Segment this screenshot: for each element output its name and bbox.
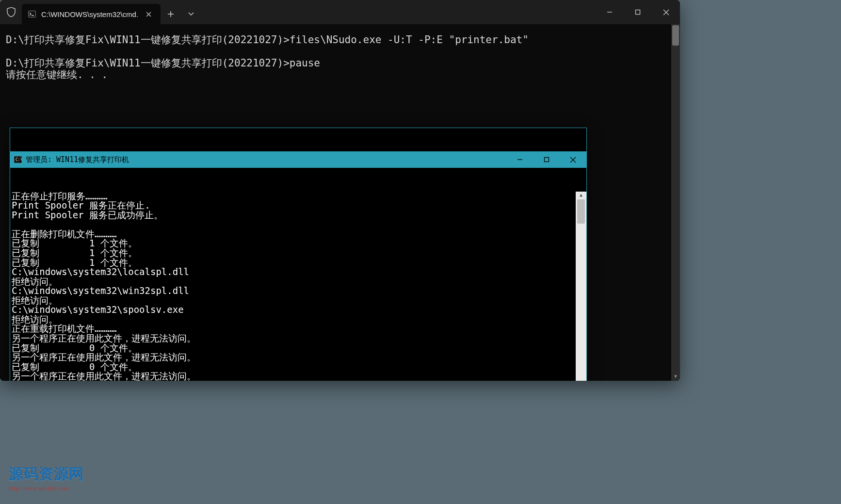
- close-icon: [146, 12, 151, 17]
- terminal-tab[interactable]: C:\WINDOWS\system32\cmd.: [22, 4, 161, 24]
- terminal-scrollbar[interactable]: ▲ ▼: [671, 24, 680, 381]
- cmd-scrollbar[interactable]: ▲ ▼: [576, 192, 586, 381]
- plus-icon: [167, 11, 174, 17]
- svg-rect-7: [636, 10, 640, 15]
- cmd-body[interactable]: 正在停止打印服务………… Print Spooler 服务正在停止. Print…: [10, 192, 586, 381]
- watermark-text: 源码资源网: [9, 466, 84, 482]
- windows-terminal-window: C:\WINDOWS\system32\cmd. D:\打印共享修复Fix\WI…: [0, 0, 680, 381]
- terminal-line: 请按任意键继续. . .: [6, 69, 108, 81]
- svg-rect-0: [29, 11, 36, 17]
- cmd-line: 另一个程序正在使用此文件，进程无法访问。: [12, 371, 196, 381]
- svg-rect-13: [544, 158, 549, 162]
- shield-icon: [0, 0, 22, 24]
- close-icon: [663, 9, 669, 16]
- cmd-titlebar[interactable]: C:\ 管理员: WIN11修复共享打印机: [10, 151, 586, 168]
- tab-close-button[interactable]: [143, 9, 154, 19]
- cmd-icon: C:\: [13, 155, 23, 164]
- close-icon: [570, 157, 576, 163]
- cmd-window: C:\ 管理员: WIN11修复共享打印机 正在停止打印服务………… Print…: [10, 128, 587, 381]
- cmd-maximize-button[interactable]: [533, 151, 560, 168]
- terminal-body[interactable]: D:\打印共享修复Fix\WIN11一键修复共享打印(20221027)>fil…: [0, 24, 680, 381]
- tab-dropdown-button[interactable]: [181, 4, 201, 24]
- minimize-icon: [607, 9, 613, 15]
- new-tab-button[interactable]: [161, 4, 181, 24]
- cmd-icon: [28, 10, 36, 18]
- cmd-minimize-button[interactable]: [506, 151, 533, 168]
- watermark-url: http://www.net189.com: [9, 485, 84, 492]
- watermark: 源码资源网 http://www.net189.com: [9, 464, 84, 492]
- terminal-tab-title: C:\WINDOWS\system32\cmd.: [41, 10, 138, 18]
- cmd-window-title: 管理员: WIN11修复共享打印机: [26, 156, 506, 164]
- terminal-line: D:\打印共享修复Fix\WIN11一键修复共享打印(20221027)>fil…: [6, 34, 529, 46]
- close-window-button[interactable]: [652, 0, 680, 24]
- cmd-close-button[interactable]: [560, 151, 586, 168]
- scrollbar-thumb[interactable]: [577, 199, 585, 224]
- scrollbar-thumb[interactable]: [672, 25, 679, 46]
- maximize-icon: [635, 9, 641, 15]
- titlebar-spacer[interactable]: [201, 0, 596, 24]
- minimize-icon: [517, 157, 523, 163]
- scroll-down-button[interactable]: ▼: [671, 372, 680, 381]
- maximize-icon: [544, 157, 550, 163]
- terminal-line: D:\打印共享修复Fix\WIN11一键修复共享打印(20221027)>pau…: [6, 57, 320, 69]
- maximize-button[interactable]: [624, 0, 652, 24]
- scroll-up-button[interactable]: ▲: [576, 192, 586, 199]
- svg-text:C:\: C:\: [16, 158, 22, 162]
- terminal-titlebar[interactable]: C:\WINDOWS\system32\cmd.: [0, 0, 680, 24]
- cmd-line: Print Spooler 服务已成功停止。: [12, 210, 163, 220]
- cmd-line: 已复制 0 个文件。: [12, 380, 137, 381]
- minimize-button[interactable]: [596, 0, 624, 24]
- chevron-down-icon: [188, 12, 194, 16]
